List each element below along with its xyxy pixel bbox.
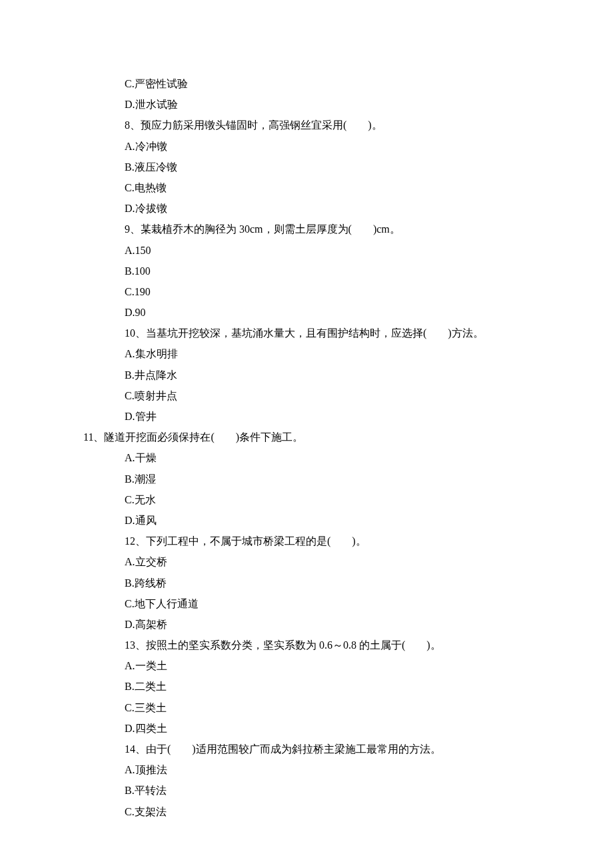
option-text: C.地下人行通道 — [53, 593, 560, 614]
option-text: D.冷拔镦 — [53, 198, 560, 219]
question-text: 10、当基坑开挖较深，基坑涌水量大，且有围护结构时，应选择( )方法。 — [53, 323, 560, 343]
option-text: D.通风 — [53, 510, 560, 531]
question-text: 9、某栽植乔木的胸径为 30cm，则需土层厚度为( )cm。 — [53, 219, 560, 239]
option-text: D.管井 — [53, 406, 560, 427]
option-text: B.井点降水 — [53, 365, 560, 385]
option-text: C.三类土 — [53, 697, 560, 718]
option-text: B.潮湿 — [53, 469, 560, 489]
document-page: C.严密性试验 D.泄水试验 8、预应力筋采用镦头锚固时，高强钢丝宜采用( )。… — [0, 0, 613, 862]
option-text: D.四类土 — [53, 718, 560, 739]
option-text: C.支架法 — [53, 801, 560, 822]
question-text: 14、由于( )适用范围较广而成为斜拉桥主梁施工最常用的方法。 — [53, 739, 560, 759]
option-text: B.液压冷镦 — [53, 157, 560, 177]
option-text: A.顶推法 — [53, 759, 560, 780]
question-text: 11、隧道开挖面必须保持在( )条件下施工。 — [53, 427, 560, 447]
option-text: D.90 — [53, 302, 560, 323]
option-text: C.无水 — [53, 489, 560, 510]
option-text: A.干燥 — [53, 447, 560, 468]
option-text: B.平转法 — [53, 780, 560, 801]
option-text: B.100 — [53, 261, 560, 281]
option-text: A.150 — [53, 240, 560, 261]
question-text: 8、预应力筋采用镦头锚固时，高强钢丝宜采用( )。 — [53, 115, 560, 135]
option-text: A.一类土 — [53, 655, 560, 676]
option-text: A.冷冲镦 — [53, 136, 560, 157]
option-text: A.立交桥 — [53, 551, 560, 572]
option-text: A.集水明排 — [53, 343, 560, 364]
option-text: C.严密性试验 — [53, 73, 560, 94]
option-text: C.电热镦 — [53, 177, 560, 198]
option-text: B.跨线桥 — [53, 573, 560, 593]
question-text: 13、按照土的坚实系数分类，坚实系数为 0.6～0.8 的土属于( )。 — [53, 635, 560, 655]
option-text: C.喷射井点 — [53, 385, 560, 406]
option-text: B.二类土 — [53, 676, 560, 697]
question-text: 12、下列工程中，不属于城市桥梁工程的是( )。 — [53, 531, 560, 551]
option-text: D.泄水试验 — [53, 94, 560, 115]
option-text: C.190 — [53, 281, 560, 302]
option-text: D.高架桥 — [53, 614, 560, 635]
